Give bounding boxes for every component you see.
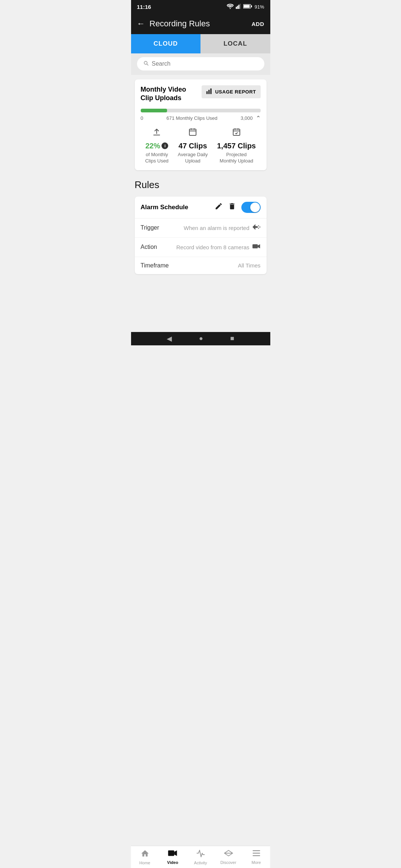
upload-icon — [152, 128, 161, 139]
android-nav-bar: ◀ ● ■ — [131, 332, 270, 345]
rule-toggle[interactable] — [241, 202, 261, 213]
progress-section: 0 671 Monthly Clips Used 3,000 ⌃ — [141, 109, 261, 122]
rule-card-alarm-schedule: Alarm Schedule Trigger — [135, 197, 267, 274]
rule-name: Alarm Schedule — [141, 204, 189, 211]
rule-action-row: Action Record video from 8 cameras — [135, 238, 267, 257]
wifi-icon — [227, 4, 234, 10]
svg-rect-8 — [206, 91, 208, 94]
progress-bar-background — [141, 109, 261, 112]
status-time: 11:16 — [137, 4, 151, 10]
svg-rect-1 — [236, 7, 237, 9]
trigger-text: When an alarm is reported — [184, 225, 250, 231]
home-nav-icon[interactable]: ● — [199, 335, 203, 342]
status-icons: 91% — [227, 4, 264, 10]
action-label: Action — [141, 244, 157, 250]
info-icon[interactable]: i — [162, 142, 168, 149]
calendar-check-icon — [232, 128, 241, 139]
video-camera-icon — [252, 243, 261, 251]
page-title: Recording Rules — [150, 19, 210, 29]
chevron-up-icon[interactable]: ⌃ — [256, 115, 261, 122]
timeframe-text: All Times — [238, 262, 261, 269]
svg-rect-11 — [189, 129, 196, 135]
search-container — [131, 53, 270, 75]
toggle-knob — [250, 203, 260, 212]
progress-max: 3,000 — [241, 115, 253, 121]
trigger-label: Trigger — [141, 224, 159, 231]
progress-min: 0 — [141, 115, 143, 121]
bar-chart-icon — [206, 88, 213, 95]
usage-card: Monthly Video Clip Uploads USAGE REPORT … — [135, 79, 267, 170]
percent-used-label: of MonthlyClips Used — [145, 152, 169, 164]
stats-row: 22% i of MonthlyClips Used 47 Clips Aver… — [141, 128, 261, 164]
app-bar-left: ← Recording Rules — [137, 19, 210, 29]
progress-bar-fill — [141, 109, 167, 112]
recents-nav-icon[interactable]: ■ — [230, 335, 234, 342]
svg-rect-14 — [252, 244, 258, 248]
svg-point-0 — [230, 8, 231, 9]
svg-rect-10 — [211, 89, 212, 94]
trigger-value: When an alarm is reported — [184, 224, 261, 232]
app-bar: ← Recording Rules ADD — [131, 13, 270, 34]
tab-local[interactable]: LOCAL — [200, 34, 270, 53]
svg-rect-9 — [208, 90, 210, 94]
tab-cloud[interactable]: CLOUD — [131, 34, 201, 53]
usage-card-title: Monthly Video Clip Uploads — [141, 85, 200, 103]
action-value: Record video from 8 cameras — [176, 243, 261, 251]
back-nav-icon[interactable]: ◀ — [167, 335, 172, 343]
action-text: Record video from 8 cameras — [176, 244, 250, 250]
delete-icon[interactable] — [228, 202, 236, 212]
rule-card-header: Alarm Schedule — [135, 197, 267, 218]
add-button[interactable]: ADD — [252, 21, 264, 27]
svg-rect-3 — [238, 4, 239, 9]
progress-labels: 0 671 Monthly Clips Used 3,000 ⌃ — [141, 115, 261, 122]
stat-percent-used: 22% i of MonthlyClips Used — [145, 128, 169, 164]
svg-rect-4 — [240, 4, 241, 9]
status-bar: 11:16 91% — [131, 0, 270, 13]
calendar-icon — [188, 128, 197, 139]
svg-rect-7 — [244, 5, 250, 8]
alarm-trigger-icon — [252, 224, 261, 232]
daily-upload-label: Average DailyUpload — [178, 152, 208, 164]
timeframe-value: All Times — [238, 262, 261, 269]
search-input[interactable] — [152, 60, 258, 67]
stat-daily-upload: 47 Clips Average DailyUpload — [178, 128, 208, 164]
percent-used-value: 22% — [145, 142, 160, 150]
svg-marker-13 — [252, 224, 258, 230]
back-button[interactable]: ← — [137, 19, 145, 29]
progress-used: 671 Monthly Clips Used — [143, 115, 241, 121]
battery-percent: 91% — [254, 4, 264, 10]
battery-icon — [243, 4, 252, 10]
projected-value: 1,457 Clips — [217, 142, 256, 150]
rule-trigger-row: Trigger When an alarm is reported — [135, 218, 267, 238]
search-icon — [143, 60, 149, 68]
timeframe-label: Timeframe — [141, 262, 169, 269]
rules-title: Rules — [135, 179, 267, 191]
svg-rect-2 — [237, 6, 238, 9]
svg-rect-12 — [233, 129, 240, 135]
stat-projected: 1,457 Clips ProjectedMonthly Upload — [217, 128, 256, 164]
daily-upload-value: 47 Clips — [179, 142, 207, 150]
rule-timeframe-row: Timeframe All Times — [135, 257, 267, 274]
usage-report-button[interactable]: USAGE REPORT — [202, 85, 260, 98]
tab-row: CLOUD LOCAL — [131, 34, 270, 53]
svg-rect-6 — [251, 5, 252, 7]
usage-card-header: Monthly Video Clip Uploads USAGE REPORT — [141, 85, 261, 103]
edit-icon[interactable] — [215, 202, 223, 212]
search-input-wrap[interactable] — [137, 57, 264, 70]
signal-icon — [236, 4, 241, 10]
projected-label: ProjectedMonthly Upload — [220, 152, 253, 164]
usage-report-label: USAGE REPORT — [215, 89, 256, 95]
rules-section: Rules — [131, 175, 270, 197]
rule-actions — [215, 202, 261, 213]
